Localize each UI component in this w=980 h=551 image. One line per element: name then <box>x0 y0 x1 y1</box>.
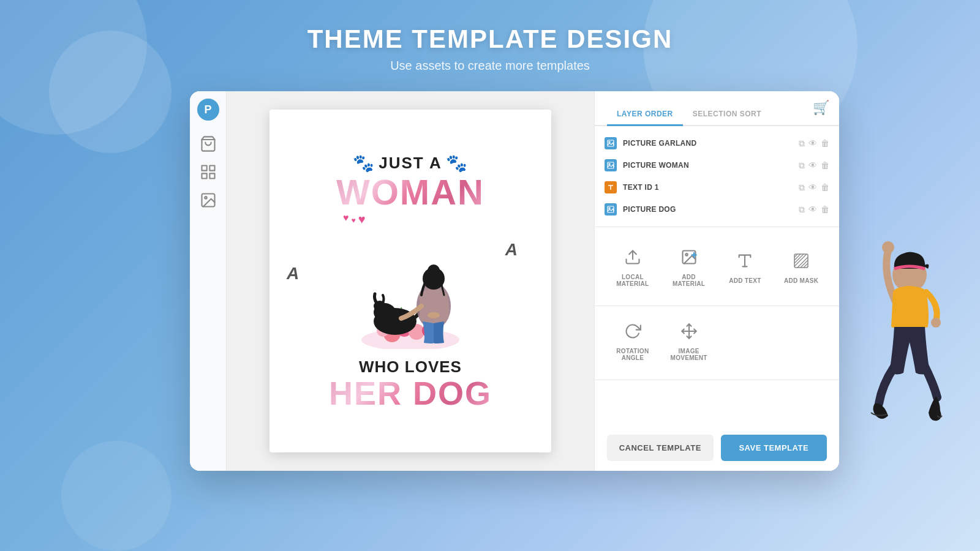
her-dog-text: HER DOG <box>329 377 492 410</box>
actions-row-1: LOCAL MATERIAL ADD MATERIAL <box>595 227 839 306</box>
svg-rect-3 <box>202 173 206 178</box>
paw-right-icon: 🐾 <box>446 153 468 173</box>
layer-woman-name: PICTURE WOMAN <box>623 161 793 170</box>
sidebar-item-grid[interactable] <box>197 161 219 183</box>
layer-text-copy[interactable]: ⧉ <box>799 182 805 193</box>
svg-point-6 <box>205 197 207 199</box>
heart-2: ♥ <box>352 216 356 227</box>
text-placeholder-left: A <box>287 264 299 283</box>
add-mask-label: ADD MASK <box>784 277 818 284</box>
save-template-button[interactable]: SAVE TEMPLATE <box>721 435 827 461</box>
add-image-icon <box>677 246 701 269</box>
layer-woman-delete[interactable]: 🗑 <box>821 160 829 171</box>
layer-dog-name: PICTURE DOG <box>623 205 793 214</box>
layer-woman-actions: ⧉ 👁 🗑 <box>799 160 829 171</box>
sidebar: P <box>190 91 227 471</box>
layer-dog-actions: ⧉ 👁 🗑 <box>799 204 829 215</box>
layer-text-icon <box>605 181 617 193</box>
add-material-btn[interactable]: ADD MATERIAL <box>661 237 717 296</box>
layer-garland-eye[interactable]: 👁 <box>809 138 817 149</box>
svg-point-30 <box>685 253 688 256</box>
add-text-icon <box>733 249 756 272</box>
who-loves-text: WHO LOVES <box>359 358 462 377</box>
layer-text-eye[interactable]: 👁 <box>809 182 817 193</box>
layer-list: PICTURE GARLAND ⧉ 👁 🗑 <box>595 126 839 227</box>
paw-left-icon: 🐾 <box>353 153 375 173</box>
layer-picture-woman[interactable]: PICTURE WOMAN ⧉ 👁 🗑 <box>595 154 839 176</box>
svg-point-27 <box>609 208 610 209</box>
layer-image-icon-3 <box>605 203 617 216</box>
svg-point-48 <box>931 318 941 328</box>
image-movement-label: IMAGE MOVEMENT <box>666 348 712 361</box>
canvas-area: A A 🐾 JUST A 🐾 WOMAN ♥ ♥ ♥ <box>227 91 594 471</box>
layer-image-icon <box>605 137 617 149</box>
rotation-angle-btn[interactable]: ROTATION ANGLE <box>605 311 661 370</box>
image-movement-btn[interactable]: IMAGE MOVEMENT <box>661 311 717 370</box>
add-text-btn[interactable]: ADD TEXT <box>717 237 774 296</box>
woman-dog-illustration <box>343 227 478 349</box>
layer-woman-eye[interactable]: 👁 <box>809 160 817 171</box>
illustration <box>343 227 478 349</box>
image-icon <box>200 192 217 209</box>
heart-1: ♥ <box>343 212 349 227</box>
cart-icon[interactable]: 🛒 <box>813 100 829 116</box>
decorative-figure <box>845 214 968 471</box>
layer-dog-copy[interactable]: ⧉ <box>799 204 805 215</box>
bottom-buttons: CANCEL TEMPLATE SAVE TEMPLATE <box>595 425 839 471</box>
move-icon <box>677 320 701 343</box>
layer-picture-dog[interactable]: PICTURE DOG ⧉ 👁 🗑 <box>595 198 839 220</box>
layer-dog-delete[interactable]: 🗑 <box>821 204 829 215</box>
svg-point-23 <box>609 163 610 165</box>
svg-point-21 <box>609 141 610 143</box>
bag-icon <box>200 135 217 152</box>
layer-image-icon-2 <box>605 159 617 171</box>
heart-3: ♥ <box>358 212 366 227</box>
layer-text-id1[interactable]: TEXT ID 1 ⧉ 👁 🗑 <box>595 176 839 198</box>
rotation-icon <box>621 320 644 343</box>
svg-rect-1 <box>202 166 206 171</box>
text-placeholder-right: A <box>505 240 518 260</box>
right-panel: LAYER ORDER SELECTION SORT PICTURE GARLA… <box>594 91 839 471</box>
upload-icon <box>621 246 644 269</box>
sidebar-logo: P <box>197 99 219 121</box>
tab-selection-sort[interactable]: SELECTION SORT <box>683 103 771 126</box>
layer-picture-garland[interactable]: PICTURE GARLAND ⧉ 👁 🗑 <box>595 132 839 154</box>
local-material-label: LOCAL MATERIAL <box>609 274 656 287</box>
tab-layer-order[interactable]: LAYER ORDER <box>607 103 683 126</box>
app-window: 🛒 P <box>190 91 839 471</box>
rotation-angle-label: ROTATION ANGLE <box>609 348 656 361</box>
just-a-text: 🐾 JUST A 🐾 <box>353 153 468 173</box>
svg-point-18 <box>428 264 440 277</box>
local-material-btn[interactable]: LOCAL MATERIAL <box>605 237 661 296</box>
tabs: LAYER ORDER SELECTION SORT <box>595 91 839 126</box>
layer-garland-actions: ⧉ 👁 🗑 <box>799 138 829 149</box>
just-a-label: JUST A <box>379 154 442 173</box>
canvas-inner: A A 🐾 JUST A 🐾 WOMAN ♥ ♥ ♥ <box>270 110 551 452</box>
layer-dog-eye[interactable]: 👁 <box>809 204 817 215</box>
svg-point-47 <box>892 258 927 292</box>
svg-point-19 <box>428 312 440 318</box>
add-material-label: ADD MATERIAL <box>666 274 712 287</box>
layer-garland-copy[interactable]: ⧉ <box>799 138 805 149</box>
sidebar-item-image[interactable] <box>197 189 219 211</box>
grid-icon <box>200 163 217 181</box>
add-text-label: ADD TEXT <box>729 277 761 284</box>
layer-text-name: TEXT ID 1 <box>623 183 793 192</box>
hearts-area: ♥ ♥ ♥ <box>343 212 366 227</box>
svg-point-46 <box>882 241 894 253</box>
add-mask-btn[interactable]: ADD MASK <box>773 237 829 296</box>
svg-rect-2 <box>209 166 214 171</box>
layer-woman-copy[interactable]: ⧉ <box>799 160 805 171</box>
woman-text: WOMAN <box>336 174 484 210</box>
layer-garland-delete[interactable]: 🗑 <box>821 138 829 149</box>
layer-garland-name: PICTURE GARLAND <box>623 139 793 148</box>
cancel-template-button[interactable]: CANCEL TEMPLATE <box>607 435 714 461</box>
svg-line-37 <box>794 254 801 260</box>
design-content: A A 🐾 JUST A 🐾 WOMAN ♥ ♥ ♥ <box>270 110 551 452</box>
layer-text-delete[interactable]: 🗑 <box>821 182 829 193</box>
sidebar-item-bag[interactable] <box>197 133 219 155</box>
svg-rect-4 <box>209 173 214 178</box>
main-container: 🛒 P <box>0 91 980 471</box>
add-mask-icon <box>790 249 813 272</box>
actions-row-2: ROTATION ANGLE IMAGE MOVEMENT <box>595 306 839 380</box>
